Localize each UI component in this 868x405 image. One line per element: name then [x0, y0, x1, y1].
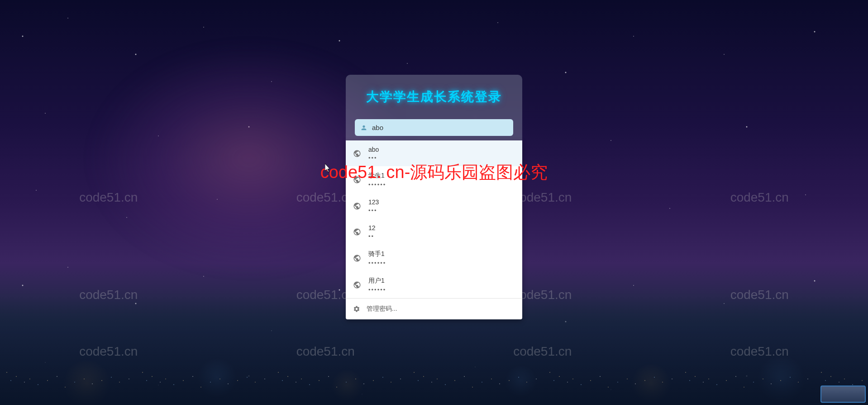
- globe-icon: [353, 281, 361, 289]
- autocomplete-item[interactable]: 骑手1••••••: [346, 245, 522, 271]
- autocomplete-password-mask: ••••••: [368, 287, 515, 293]
- autocomplete-item[interactable]: 123•••: [346, 193, 522, 219]
- username-input[interactable]: [372, 124, 508, 131]
- autocomplete-password-mask: ••••••: [368, 260, 515, 266]
- globe-icon: [353, 202, 361, 210]
- autocomplete-password-mask: •••: [368, 207, 515, 213]
- gear-icon: [353, 305, 360, 313]
- globe-icon: [353, 176, 361, 184]
- autocomplete-item[interactable]: abo•••: [346, 140, 522, 166]
- manage-passwords-label: 管理密码...: [367, 305, 397, 313]
- autocomplete-username: 123: [368, 198, 515, 206]
- autocomplete-item[interactable]: 用户1••••••: [346, 271, 522, 298]
- manage-passwords-link[interactable]: 管理密码...: [346, 298, 522, 319]
- background-city-lights: [0, 323, 868, 405]
- autocomplete-text: abo•••: [368, 146, 515, 161]
- taskbar-button[interactable]: [820, 386, 866, 403]
- username-input-wrapper[interactable]: [355, 119, 513, 136]
- login-title: 大学学生成长系统登录: [355, 88, 513, 106]
- autocomplete-password-mask: •••: [368, 155, 515, 161]
- login-panel: 大学学生成长系统登录 abo•••学生1••••••123•••12••骑手1•…: [346, 75, 522, 145]
- globe-icon: [353, 228, 361, 236]
- autocomplete-item[interactable]: 12••: [346, 219, 522, 245]
- autocomplete-dropdown: abo•••学生1••••••123•••12••骑手1••••••用户1•••…: [346, 140, 522, 319]
- user-icon: [360, 124, 367, 131]
- autocomplete-password-mask: ••••••: [368, 182, 515, 188]
- autocomplete-text: 用户1••••••: [368, 277, 515, 293]
- autocomplete-username: 骑手1: [368, 250, 515, 258]
- autocomplete-username: 用户1: [368, 277, 515, 285]
- autocomplete-text: 123•••: [368, 198, 515, 213]
- autocomplete-text: 12••: [368, 224, 515, 239]
- autocomplete-text: 骑手1••••••: [368, 250, 515, 266]
- autocomplete-username: abo: [368, 146, 515, 153]
- globe-icon: [353, 149, 361, 158]
- autocomplete-item[interactable]: 学生1••••••: [346, 166, 522, 193]
- autocomplete-username: 学生1: [368, 172, 515, 180]
- globe-icon: [353, 254, 361, 262]
- autocomplete-text: 学生1••••••: [368, 172, 515, 188]
- autocomplete-password-mask: ••: [368, 233, 515, 239]
- autocomplete-username: 12: [368, 224, 515, 231]
